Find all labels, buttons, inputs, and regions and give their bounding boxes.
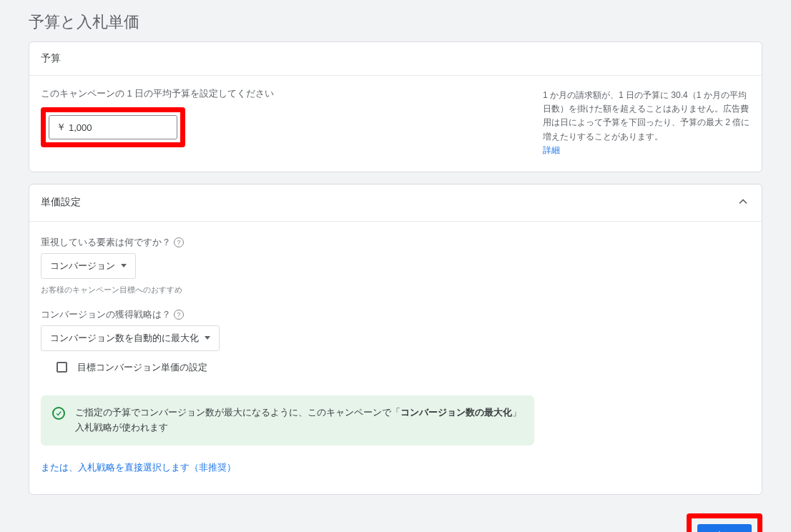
focus-hint: お客様のキャンペーン目標へのおすすめ [41,285,750,295]
alt-strategy-link[interactable]: または、入札戦略を直接選択します（非推奨） [41,461,236,474]
help-icon[interactable]: ? [174,310,184,320]
currency-symbol: ￥ [56,121,66,134]
strategy-select[interactable]: コンバージョン数を自動的に最大化 [41,325,220,351]
info-banner: ご指定の予算でコンバージョン数が最大になるように、このキャンペーンで「コンバージ… [41,395,534,445]
budget-value: 1,000 [69,122,92,133]
budget-input[interactable]: ￥ 1,000 [49,115,177,139]
chevron-up-icon[interactable] [736,194,750,211]
bidding-header-title: 単価設定 [41,196,81,209]
caret-down-icon [205,336,210,340]
target-cpa-checkbox[interactable] [56,362,67,373]
page-title: 予算と入札単価 [0,0,791,41]
budget-body: このキャンペーンの 1 日の平均予算を設定してください ￥ 1,000 1 か月… [29,76,762,172]
info-banner-text: ご指定の予算でコンバージョン数が最大になるように、このキャンペーンで「コンバージ… [75,405,523,435]
focus-question-text: 重視している要素は何ですか？ [41,236,171,249]
strategy-select-value: コンバージョン数を自動的に最大化 [50,332,199,345]
info-banner-pre: ご指定の予算でコンバージョン数が最大になるように、このキャンペーンで「 [75,407,401,418]
bidding-header: 単価設定 [29,184,762,222]
budget-label: このキャンペーンの 1 日の平均予算を設定してください [41,87,470,100]
caret-down-icon [121,264,127,267]
bidding-body: 重視している要素は何ですか？ ? コンバージョン お客様のキャンペーン目標へのお… [29,222,762,494]
info-banner-bold: コンバージョン数の最大化 [401,407,512,418]
budget-left-section: このキャンペーンの 1 日の平均予算を設定してください ￥ 1,000 [41,87,470,147]
budget-header: 予算 [29,42,762,76]
footer: 次へ [0,506,791,532]
budget-side-note: 1 か月の請求額が、1 日の予算に 30.4（1 か月の平均日数）を掛けた額を超… [543,87,750,157]
checkmark-icon [52,407,65,420]
budget-highlight: ￥ 1,000 [41,107,185,147]
help-icon[interactable]: ? [174,237,184,247]
focus-select-value: コンバージョン [50,260,115,272]
bidding-card: 単価設定 重視している要素は何ですか？ ? コンバージョン お客様のキャンペーン… [29,184,762,495]
target-cpa-row: 目標コンバージョン単価の設定 [56,361,750,374]
budget-card: 予算 このキャンペーンの 1 日の平均予算を設定してください ￥ 1,000 1… [29,41,762,172]
next-highlight: 次へ [687,513,762,532]
strategy-question-text: コンバージョンの獲得戦略は？ [41,308,171,321]
strategy-question-label: コンバージョンの獲得戦略は？ ? [41,308,750,321]
budget-header-title: 予算 [41,52,61,65]
focus-select[interactable]: コンバージョン [41,253,136,279]
target-cpa-label: 目標コンバージョン単価の設定 [77,361,207,374]
budget-side-note-text: 1 か月の請求額が、1 日の予算に 30.4（1 か月の平均日数）を掛けた額を超… [543,90,750,142]
focus-question-label: 重視している要素は何ですか？ ? [41,236,750,249]
budget-details-link[interactable]: 詳細 [543,145,560,155]
next-button[interactable]: 次へ [697,524,752,532]
